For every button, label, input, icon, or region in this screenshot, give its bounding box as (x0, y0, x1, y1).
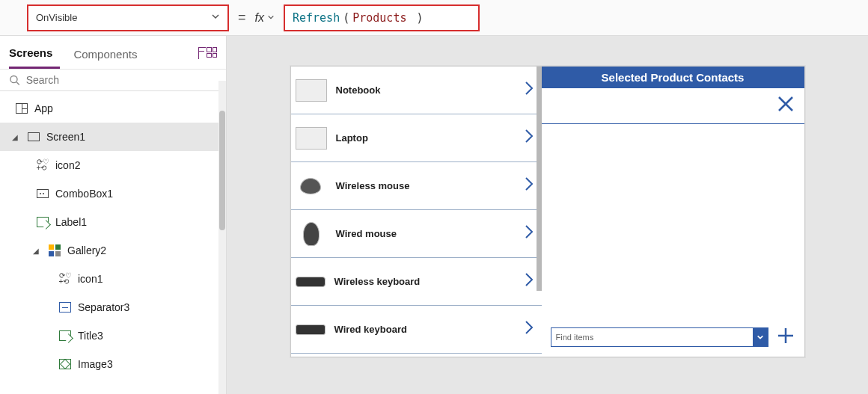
formula-input[interactable]: Refresh ( Products ) (284, 4, 480, 31)
fx-label: fx (255, 11, 264, 25)
formula-arg: Products (352, 11, 406, 25)
tree-label: Gallery2 (67, 244, 106, 256)
product-name: Laptop (336, 132, 524, 144)
tree-view-panel: Screens Components App ◢ Screen1 ⟳♡+ (0, 36, 227, 394)
formula-fn: Refresh (293, 11, 340, 25)
tree-label: icon2 (55, 159, 80, 171)
combobox-icon (36, 187, 49, 200)
tree-tabs: Screens Components (0, 36, 226, 70)
search-icon (9, 74, 20, 86)
gallery-item[interactable]: Wired keyboard (291, 306, 542, 354)
tree-scrollbar[interactable] (218, 81, 226, 394)
chevron-right-icon[interactable] (524, 224, 534, 244)
product-thumb (296, 277, 326, 287)
product-thumb (300, 178, 321, 194)
tree-label: Separator3 (78, 301, 129, 313)
gallery-item[interactable]: Wired mouse (291, 210, 542, 258)
tree-item-screen1[interactable]: ◢ Screen1 (0, 123, 226, 151)
tree-item-combobox1[interactable]: ComboBox1 (0, 179, 226, 208)
label-icon (58, 329, 72, 342)
product-thumb (296, 324, 326, 335)
find-items-combobox[interactable]: Find items (551, 327, 768, 347)
gallery-item[interactable]: Notebook (291, 67, 542, 114)
chevron-right-icon[interactable] (524, 319, 534, 339)
tree-item-separator3[interactable]: Separator3 (0, 293, 226, 321)
close-row (542, 88, 804, 124)
collapse-icon[interactable]: ◢ (33, 247, 42, 255)
formula-paren-close: ) (409, 11, 423, 25)
formula-bar: OnVisible = fx Refresh ( Products ) (0, 0, 868, 36)
product-name: Wired keyboard (334, 324, 524, 335)
product-thumb (296, 127, 327, 150)
canvas: Notebook Laptop Wireless mouse (227, 36, 868, 394)
gallery-icon (48, 244, 61, 257)
product-name: Wireless mouse (336, 180, 524, 191)
app-screen1[interactable]: Notebook Laptop Wireless mouse (290, 66, 805, 357)
combo-placeholder: Find items (556, 333, 594, 342)
screen-icon (27, 130, 40, 144)
property-label: OnVisible (36, 12, 77, 23)
product-thumb (303, 222, 320, 246)
tree-label: ComboBox1 (55, 188, 113, 200)
tree-item-image3[interactable]: Image3 (0, 350, 226, 378)
tree-item-icon1[interactable]: ⟳♡+⟲ icon1 (0, 265, 226, 293)
search-input[interactable] (26, 74, 217, 86)
tab-screens[interactable]: Screens (9, 42, 60, 69)
contacts-header: Selected Product Contacts (542, 67, 804, 88)
contacts-pane: Selected Product Contacts Find items (542, 67, 804, 357)
chevron-down-icon (211, 12, 220, 23)
sync-icon: ⟳♡+⟲ (36, 158, 49, 172)
tree-label: App (34, 102, 53, 114)
formula-paren-open: ( (343, 11, 349, 25)
separator-icon (58, 301, 72, 314)
chevron-right-icon[interactable] (524, 176, 534, 196)
search-bar (0, 70, 226, 91)
collapse-icon[interactable]: ◢ (12, 133, 21, 141)
sync-icon: ⟳♡+⟲ (58, 272, 72, 286)
product-name: Wireless keyboard (334, 276, 524, 287)
tree-item-label1[interactable]: Label1 (0, 208, 226, 236)
grid-view-icon[interactable] (207, 47, 217, 58)
property-dropdown[interactable]: OnVisible (27, 4, 229, 31)
svg-line-1 (16, 82, 19, 85)
chevron-down-icon (267, 13, 275, 22)
tree-label: Screen1 (46, 131, 85, 143)
fx-label-group[interactable]: fx (255, 11, 275, 25)
chevron-right-icon[interactable] (524, 80, 534, 100)
svg-point-0 (10, 76, 17, 82)
product-thumb (296, 79, 327, 102)
contacts-body (542, 124, 804, 321)
chevron-down-icon[interactable] (753, 328, 768, 346)
chevron-right-icon[interactable] (524, 128, 534, 148)
equals-label: = (238, 10, 246, 25)
tree: App ◢ Screen1 ⟳♡+⟲ icon2 ComboBox1 Label… (0, 91, 226, 394)
chevron-right-icon[interactable] (524, 271, 534, 292)
gallery-item[interactable]: Laptop (291, 114, 542, 162)
tree-item-title3[interactable]: Title3 (0, 321, 226, 350)
tree-item-icon2[interactable]: ⟳♡+⟲ icon2 (0, 151, 226, 179)
product-name: Notebook (336, 84, 524, 96)
combo-row: Find items (542, 321, 804, 357)
tree-item-app[interactable]: App (0, 94, 226, 123)
product-gallery[interactable]: Notebook Laptop Wireless mouse (291, 67, 542, 357)
gallery-scrollbar[interactable] (537, 67, 542, 357)
tree-label: Label1 (55, 216, 87, 228)
tab-components[interactable]: Components (73, 43, 144, 68)
image-icon (58, 357, 72, 371)
add-icon[interactable] (776, 325, 795, 349)
label-icon (36, 215, 49, 229)
tree-label: icon1 (78, 273, 103, 285)
gallery-item[interactable]: Wireless keyboard (291, 258, 542, 306)
tree-label: Title3 (78, 330, 103, 342)
app-icon (15, 102, 28, 115)
close-icon[interactable] (776, 94, 795, 117)
gallery-item[interactable]: Wireless mouse (291, 162, 542, 210)
tree-item-gallery2[interactable]: ◢ Gallery2 (0, 236, 226, 265)
tree-label: Image3 (78, 358, 113, 370)
product-name: Wired mouse (336, 228, 524, 239)
tree-view-icon[interactable] (198, 47, 199, 58)
